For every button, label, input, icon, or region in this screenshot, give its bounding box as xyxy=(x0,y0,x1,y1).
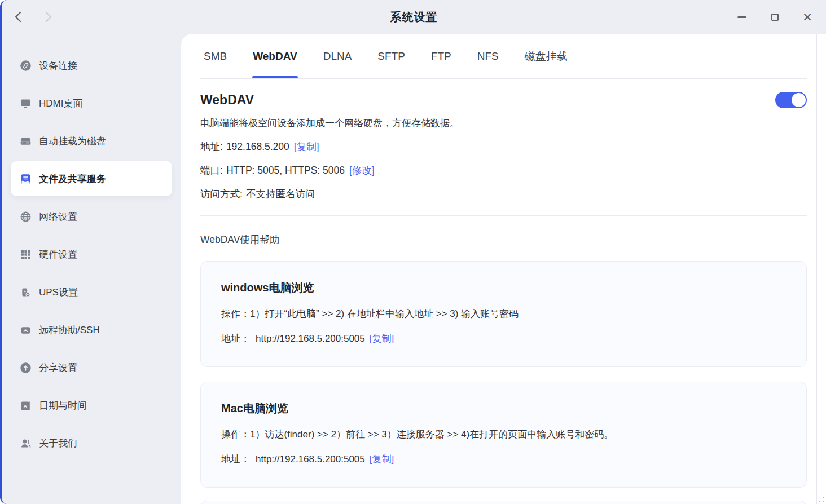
webdav-description: 电脑端能将极空间设备添加成一个网络硬盘，方便存储数据。 xyxy=(200,117,807,130)
address-line: 地址:192.168.5.200[复制] xyxy=(200,140,807,153)
webdav-toggle[interactable] xyxy=(775,92,807,108)
maximize-icon xyxy=(771,14,779,21)
help-card-title: Mac电脑浏览 xyxy=(221,401,786,416)
tab-dlna[interactable]: DLNA xyxy=(323,34,352,78)
copy-address-link[interactable]: [复制] xyxy=(370,333,394,344)
sidebar-item-share-settings[interactable]: 分享设置 xyxy=(11,350,172,385)
help-card-mac: Mac电脑浏览 操作：1）访达(finder) >> 2）前往 >> 3）连接服… xyxy=(200,382,807,488)
tab-webdav[interactable]: WebDAV xyxy=(253,34,297,78)
help-card-partial xyxy=(200,501,807,504)
address-value: http://192.168.5.200:5005 xyxy=(256,454,365,465)
steps-text: 1）访达(finder) >> 2）前往 >> 3）连接服务器 >> 4)在打开… xyxy=(250,429,613,440)
tab-disk-mount[interactable]: 磁盘挂载 xyxy=(525,34,568,78)
sidebar-item-ups-settings[interactable]: UPS设置 xyxy=(11,275,172,310)
help-card-windows: windows电脑浏览 操作：1）打开“此电脑” >> 2) 在地址栏中输入地址… xyxy=(200,261,807,367)
help-card-address: 地址：http://192.168.5.200:5005[复制] xyxy=(221,453,786,466)
share-icon xyxy=(20,362,32,374)
resize-grip[interactable] xyxy=(816,494,824,502)
steps-label: 操作： xyxy=(221,308,250,319)
help-card-title: windows电脑浏览 xyxy=(221,280,786,295)
sidebar-item-device-connection[interactable]: 设备连接 xyxy=(11,48,172,83)
address-label: 地址： xyxy=(221,454,250,465)
tab-smb[interactable]: SMB xyxy=(204,34,227,78)
address-value: 192.168.5.200 xyxy=(226,141,289,152)
help-card-address: 地址：http://192.168.5.200:5005[复制] xyxy=(221,332,786,345)
tab-nfs[interactable]: NFS xyxy=(477,34,499,78)
copy-address-link[interactable]: [复制] xyxy=(294,141,319,152)
address-label: 地址: xyxy=(200,141,223,152)
close-button[interactable]: ✕ xyxy=(801,11,814,23)
sidebar-item-remote-assist-ssh[interactable]: 远程协助/SSH xyxy=(11,312,172,347)
tab-ftp[interactable]: FTP xyxy=(431,34,451,78)
settings-window: 系统设置 ✕ 设备连接 HDMI桌面 自动挂载为磁盘 xyxy=(0,0,826,504)
date-time-icon: A xyxy=(20,400,32,412)
tab-sftp[interactable]: SFTP xyxy=(377,34,405,78)
port-value: HTTP: 5005, HTTPS: 5006 xyxy=(226,165,345,176)
sidebar-item-label: 日期与时间 xyxy=(39,399,87,412)
address-label: 地址： xyxy=(221,333,250,344)
svg-text:A: A xyxy=(23,403,27,409)
sidebar-item-label: 设备连接 xyxy=(39,59,77,72)
toggle-knob xyxy=(792,93,806,107)
webdav-section-title: WebDAV xyxy=(200,92,254,108)
minimize-icon xyxy=(737,16,746,18)
sidebar-item-label: 网络设置 xyxy=(39,210,77,223)
globe-icon xyxy=(20,211,32,223)
sidebar-item-label: 文件及共享服务 xyxy=(39,173,106,185)
divider xyxy=(200,215,807,216)
sidebar-item-label: 远程协助/SSH xyxy=(39,324,100,337)
help-card-steps: 操作：1）打开“此电脑” >> 2) 在地址栏中输入地址 >> 3) 输入账号密… xyxy=(221,307,786,320)
ups-battery-icon xyxy=(20,286,32,298)
scrollbar-track[interactable] xyxy=(816,34,817,504)
help-heading: WebDAV使用帮助 xyxy=(200,233,807,246)
minimize-button[interactable] xyxy=(736,11,748,23)
disk-drive-icon xyxy=(20,135,32,147)
access-value: 不支持匿名访问 xyxy=(246,188,315,200)
sidebar-item-label: 分享设置 xyxy=(39,361,77,374)
link-icon xyxy=(20,60,32,72)
content-panel: SMB WebDAV DLNA SFTP FTP NFS 磁盘挂载 WebDAV… xyxy=(181,34,826,504)
maximize-button[interactable] xyxy=(768,11,781,23)
remote-assist-icon xyxy=(20,324,32,336)
titlebar: 系统设置 ✕ xyxy=(2,0,826,34)
sidebar-item-label: HDMI桌面 xyxy=(39,97,82,110)
sidebar-item-label: 关于我们 xyxy=(39,437,77,450)
sidebar-item-label: 自动挂载为磁盘 xyxy=(39,135,106,148)
modify-port-link[interactable]: [修改] xyxy=(349,165,375,176)
monitor-icon xyxy=(20,98,32,109)
steps-text: 1）打开“此电脑” >> 2) 在地址栏中输入地址 >> 3) 输入账号密码 xyxy=(250,308,519,319)
window-title: 系统设置 xyxy=(2,0,826,34)
help-card-steps: 操作：1）访达(finder) >> 2）前往 >> 3）连接服务器 >> 4)… xyxy=(221,428,786,441)
sidebar-item-auto-mount-disk[interactable]: 自动挂载为磁盘 xyxy=(11,123,172,158)
person-icon xyxy=(20,437,32,449)
close-icon: ✕ xyxy=(802,11,812,23)
sidebar-item-network-settings[interactable]: 网络设置 xyxy=(11,199,172,234)
sidebar-item-hardware-settings[interactable]: 硬件设置 xyxy=(11,237,172,272)
grid-icon xyxy=(20,249,32,260)
sidebar: 设备连接 HDMI桌面 自动挂载为磁盘 文件及共享服务 网络设置 xyxy=(2,34,181,504)
steps-label: 操作： xyxy=(221,429,250,440)
access-label: 访问方式: xyxy=(200,188,243,200)
access-line: 访问方式:不支持匿名访问 xyxy=(200,187,807,201)
copy-address-link[interactable]: [复制] xyxy=(370,454,394,465)
sidebar-item-about-us[interactable]: 关于我们 xyxy=(11,426,172,461)
sidebar-item-file-sharing-services[interactable]: 文件及共享服务 xyxy=(11,161,172,196)
address-value: http://192.168.5.200:5005 xyxy=(256,333,365,344)
sidebar-item-hdmi-desktop[interactable]: HDMI桌面 xyxy=(11,86,172,121)
sidebar-item-date-time[interactable]: A 日期与时间 xyxy=(11,388,172,423)
port-line: 端口:HTTP: 5005, HTTPS: 5006[修改] xyxy=(200,163,807,177)
sidebar-item-label: 硬件设置 xyxy=(39,248,77,261)
sidebar-item-label: UPS设置 xyxy=(39,286,78,299)
file-services-icon xyxy=(20,173,32,185)
port-label: 端口: xyxy=(200,165,223,176)
tab-bar: SMB WebDAV DLNA SFTP FTP NFS 磁盘挂载 xyxy=(200,34,807,79)
